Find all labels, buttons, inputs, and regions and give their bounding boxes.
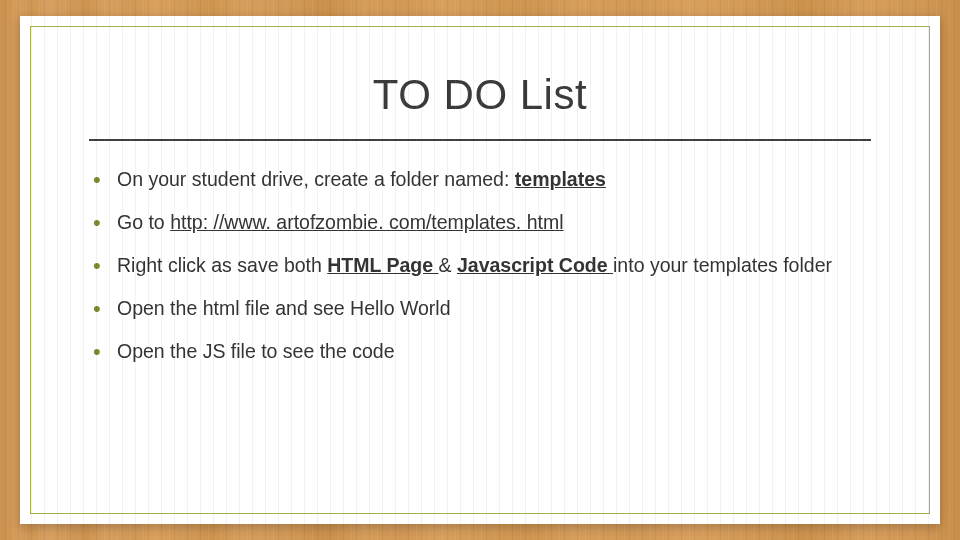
templates-url-link[interactable]: http: //www. artofzombie. com/templates.…: [170, 211, 563, 233]
bullet-list: On your student drive, create a folder n…: [89, 167, 871, 364]
emphasis-templates: templates: [515, 168, 606, 190]
list-item: Open the html file and see Hello World: [89, 296, 871, 321]
slide-inner-frame: TO DO List On your student drive, create…: [30, 26, 930, 514]
list-item-text: Right click as save both: [117, 254, 327, 276]
title-divider: [89, 139, 871, 141]
list-item-text: Open the JS file to see the code: [117, 340, 395, 362]
list-item: Open the JS file to see the code: [89, 339, 871, 364]
list-item-text: &: [439, 254, 457, 276]
list-item: Go to http: //www. artofzombie. com/temp…: [89, 210, 871, 235]
list-item-text: On your student drive, create a folder n…: [117, 168, 515, 190]
list-item: On your student drive, create a folder n…: [89, 167, 871, 192]
emphasis-javascript-code: Javascript Code: [457, 254, 613, 276]
list-item-text: Go to: [117, 211, 170, 233]
wood-background: TO DO List On your student drive, create…: [0, 0, 960, 540]
emphasis-html-page: HTML Page: [327, 254, 438, 276]
list-item: Right click as save both HTML Page & Jav…: [89, 253, 871, 278]
slide-card: TO DO List On your student drive, create…: [20, 16, 940, 524]
slide-title: TO DO List: [89, 71, 871, 119]
list-item-text: into your templates folder: [613, 254, 832, 276]
list-item-text: Open the html file and see Hello World: [117, 297, 450, 319]
